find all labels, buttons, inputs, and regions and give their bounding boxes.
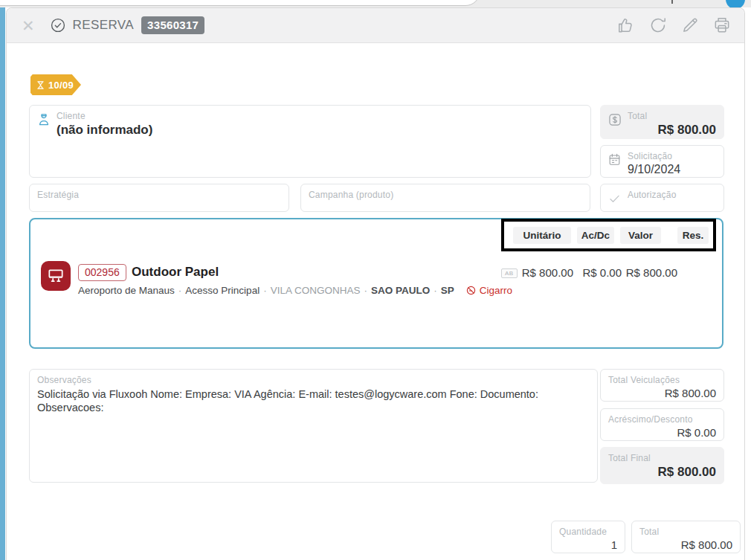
item-valor-value: R$ 800.00 (610, 266, 677, 279)
background-page-sidebar-edge (0, 7, 5, 560)
hourglass-icon (36, 80, 45, 91)
request-date-field[interactable]: Solicitação 9/10/2024 (600, 145, 724, 178)
column-res: Res. (677, 227, 709, 244)
item-access: Acesso Principal (185, 285, 260, 296)
item-total-field[interactable]: Total R$ 800.00 (631, 521, 741, 553)
strategy-label: Estratégia (37, 190, 281, 200)
campaign-field[interactable]: Campanha (produto) (300, 184, 590, 212)
billboard-icon (41, 261, 71, 291)
separator-dot: · (364, 285, 367, 296)
total-veiculacoes-value: R$ 800.00 (608, 387, 716, 399)
item-state: SP (441, 285, 454, 296)
reservation-number-badge: 33560317 (141, 16, 204, 34)
acrescimo-desconto-label: Acréscimo/Desconto (608, 414, 716, 425)
refresh-icon[interactable] (648, 15, 668, 36)
total-veiculacoes-field[interactable]: Total Veiculações R$ 800.00 (600, 369, 724, 402)
quantity-field[interactable]: Quantidade 1 (551, 521, 625, 553)
header-actions (616, 15, 732, 36)
total-label: Total (628, 111, 716, 121)
item-unit-value: R$ 800.00 (506, 266, 573, 279)
item-location-line: Aeroporto de Manaus · Acesso Principal ·… (78, 285, 512, 296)
restriction-tag: Cigarro (465, 285, 512, 296)
column-unitario: Unitário (513, 227, 571, 244)
item-total-label: Total (639, 527, 732, 537)
observations-label: Observações (37, 375, 590, 385)
column-valor: Valor (620, 227, 661, 244)
separator-dot: · (263, 285, 267, 296)
restriction-label: Cigarro (480, 285, 512, 296)
separator-dot: · (178, 285, 182, 296)
total-value: R$ 800.00 (628, 123, 716, 138)
edit-pencil-icon[interactable] (680, 15, 700, 36)
campaign-label: Campanha (produto) (309, 190, 582, 200)
item-district: VILA CONGONHAS (271, 285, 361, 296)
total-final-field: Total Final R$ 800.00 (600, 447, 724, 484)
observations-value: Solicitação via Fluxooh Nome: Empresa: V… (37, 387, 590, 414)
browser-tab-edge (0, 0, 480, 6)
seal-check-icon (50, 17, 66, 33)
dollar-icon (607, 112, 622, 127)
thumbs-up-icon[interactable] (616, 15, 636, 36)
separator-dot: · (433, 285, 437, 296)
column-header-highlighted: Unitário Ac/Dc Valor Res. (501, 219, 716, 251)
print-icon[interactable] (712, 15, 732, 36)
item-city: SAO PAULO (371, 285, 430, 296)
total-final-value: R$ 800.00 (608, 465, 716, 480)
client-value: (não informado) (57, 123, 583, 138)
close-icon[interactable]: ✕ (22, 18, 35, 33)
client-label: Cliente (57, 111, 583, 121)
item-total-value: R$ 800.00 (639, 538, 732, 551)
total-field: Total R$ 800.00 (600, 105, 724, 139)
date-tag: 10/09 (30, 74, 81, 95)
total-veiculacoes-label: Total Veiculações (608, 375, 716, 385)
request-date-value: 9/10/2024 (628, 163, 716, 176)
authorization-field[interactable]: Autorização (600, 184, 724, 212)
quantity-value: 1 (559, 538, 617, 551)
item-card[interactable]: Unitário Ac/Dc Valor Res. 002956 Outdoor… (29, 218, 723, 349)
client-person-icon (36, 112, 51, 127)
client-field[interactable]: Cliente (não informado) (29, 105, 591, 178)
screen: ✕ RESERVA 33560317 (0, 0, 751, 560)
acrescimo-desconto-field[interactable]: Acréscimo/Desconto R$ 0.00 (600, 408, 724, 441)
modal-header: ✕ RESERVA 33560317 (7, 8, 744, 43)
request-date-label: Solicitação (628, 151, 716, 161)
item-name: Outdoor Papel (132, 265, 219, 280)
item-venue: Aeroporto de Manaus (78, 285, 175, 296)
modal-title: RESERVA (73, 18, 134, 33)
check-icon (607, 191, 622, 205)
calendar-icon (607, 152, 622, 167)
quantity-label: Quantidade (559, 527, 617, 537)
total-final-label: Total Final (608, 453, 716, 463)
reservation-modal: ✕ RESERVA 33560317 (6, 7, 745, 560)
no-smoking-icon (465, 285, 477, 296)
date-tag-label: 10/09 (48, 80, 74, 91)
column-acdc: Ac/Dc (577, 227, 614, 244)
authorization-label: Autorização (628, 190, 716, 200)
item-code-badge: 002956 (78, 264, 126, 281)
browser-caret-mark (671, 0, 673, 4)
observations-field[interactable]: Observações Solicitação via Fluxooh Nome… (29, 369, 598, 483)
strategy-field[interactable]: Estratégia (29, 184, 289, 212)
acrescimo-desconto-value: R$ 0.00 (608, 426, 716, 439)
